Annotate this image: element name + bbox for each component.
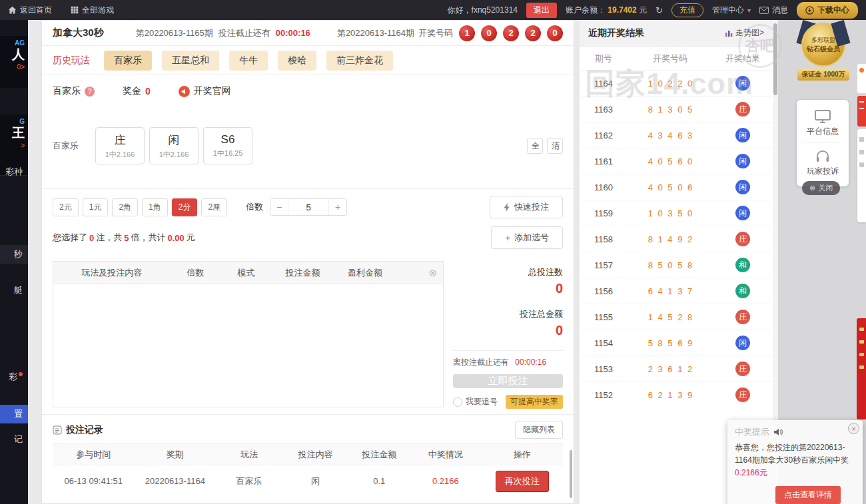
- result-issue: 1162: [580, 130, 628, 140]
- column-header: 倍数: [171, 267, 221, 279]
- column-header: 参与时间: [53, 449, 135, 461]
- clear-list-icon[interactable]: ⊗: [428, 267, 437, 279]
- view-details-button[interactable]: 点击查看详情: [775, 486, 841, 504]
- clear-button[interactable]: 清: [547, 138, 563, 154]
- sidebar-item-label: 彩: [9, 372, 17, 381]
- win-toast: 中奖提示 × 恭喜您，您投注的第20220613-1164期加拿大30秒百家乐闲…: [727, 420, 863, 504]
- sidebar-item-records[interactable]: 记: [0, 430, 28, 449]
- tab-suoha[interactable]: 梭哈: [278, 51, 316, 71]
- column-header: 盈利金额: [334, 267, 396, 279]
- bet-options-area: 百家乐 庄 1中2.166 闲 1中2.166 S6 1中16.25 全 清: [42, 107, 574, 188]
- add-selection-label: 添加选号: [514, 232, 549, 244]
- bet-workspace: 玩法及投注内容 倍数 模式 投注金额 盈利金额 ⊗ 总投注数 0 投注总金额 0…: [42, 256, 574, 414]
- sidebar-item-boat[interactable]: 艇: [0, 281, 28, 300]
- multiplier-value[interactable]: 5: [288, 199, 329, 215]
- result-issue: 1154: [580, 338, 628, 348]
- game-info-row: 百家乐 ? 奖金 0 开奖官网: [42, 75, 574, 107]
- help-icon[interactable]: ?: [85, 87, 95, 97]
- results-header: 近期开奖结果 走势图>: [580, 20, 773, 47]
- speaker-icon[interactable]: [773, 428, 783, 436]
- result-row: 11526 2 1 3 9庄: [580, 381, 773, 407]
- result-issue: 1160: [580, 182, 628, 192]
- result-issue: 1161: [580, 156, 628, 166]
- summary-count: 0: [89, 233, 94, 243]
- record-play: 百家乐: [216, 475, 282, 487]
- edge-widget-clipped[interactable]: [857, 64, 866, 93]
- submit-bet-button[interactable]: 立即投注: [453, 374, 563, 388]
- tab-history-play[interactable]: 历史玩法: [53, 55, 90, 67]
- sidebar-item-lottery-hot[interactable]: 彩: [0, 368, 28, 386]
- messages-label: 消息: [772, 5, 788, 16]
- hide-list-button[interactable]: 隐藏列表: [515, 421, 563, 439]
- speaker-icon[interactable]: [179, 86, 190, 97]
- tab-five-star-sum[interactable]: 五星总和: [162, 51, 219, 71]
- edge-banner-clipped[interactable]: [857, 318, 866, 419]
- bet-option-s6[interactable]: S6 1中16.25: [203, 127, 252, 164]
- trend-chart-link[interactable]: 走势图>: [725, 27, 764, 39]
- result-issue: 1163: [580, 105, 628, 115]
- countdown-label: 离投注截止还有: [453, 358, 509, 367]
- sidebar-item-seconds[interactable]: 秒: [0, 245, 28, 264]
- sidebar-item-settings[interactable]: 置: [0, 405, 28, 423]
- edge-widget-clipped[interactable]: [857, 96, 866, 126]
- plus-button[interactable]: +: [329, 199, 346, 215]
- headset-icon: [815, 150, 830, 163]
- unit-2fen-selected[interactable]: 2分: [172, 198, 198, 216]
- home-link[interactable]: 返回首页: [8, 5, 52, 16]
- minus-button[interactable]: −: [270, 199, 288, 215]
- records-scrollbar-thumb[interactable]: [570, 450, 572, 498]
- balance-unit: 元: [639, 5, 647, 15]
- countdown-row: 离投注截止还有 00:00:16: [453, 350, 563, 368]
- result-badge: 庄: [735, 102, 750, 117]
- refresh-balance-icon[interactable]: ↻: [655, 5, 663, 15]
- bet-option-zhuang[interactable]: 庄 1中2.166: [95, 127, 145, 164]
- messages-link[interactable]: 消息: [759, 5, 788, 16]
- tab-front-three-golden-flower[interactable]: 前三炸金花: [326, 51, 393, 71]
- result-badge: 闲: [735, 206, 750, 220]
- unit-2jiao[interactable]: 2角: [112, 198, 138, 216]
- records-header: 投注记录 隐藏列表: [42, 415, 574, 443]
- bet-again-button[interactable]: 再次投注: [496, 471, 549, 492]
- logout-button[interactable]: 退出: [526, 3, 557, 18]
- sidebar-banner-ag[interactable]: AG 人 0>: [0, 36, 28, 89]
- select-all-button[interactable]: 全: [527, 138, 543, 154]
- unit-2li[interactable]: 2厘: [201, 198, 227, 216]
- chase-radio[interactable]: [453, 397, 462, 407]
- unit-2yuan[interactable]: 2元: [53, 198, 79, 216]
- column-header: 中奖情况: [410, 449, 481, 461]
- result-badge: 和: [735, 258, 750, 272]
- admin-center-menu[interactable]: 管理中心 ▾: [712, 5, 751, 16]
- countdown-value: 00:00:16: [515, 358, 546, 367]
- toast-title: 中奖提示: [735, 426, 769, 438]
- recharge-button[interactable]: 充值: [671, 3, 703, 17]
- toast-message-text: 恭喜您，您投注的第20220613-1164期加拿大30秒百家乐闲中奖: [735, 443, 849, 465]
- result-badge: 闲: [735, 76, 750, 91]
- result-numbers: 5 8 5 6 9: [628, 338, 713, 348]
- official-site-link[interactable]: 开奖官网: [194, 85, 231, 97]
- sidebar-item-lottery[interactable]: 彩种: [0, 162, 28, 181]
- player-complaint-item[interactable]: 玩家投诉: [797, 146, 849, 179]
- unit-1jiao[interactable]: 1角: [142, 198, 168, 216]
- total-bets-value: 0: [556, 281, 563, 296]
- result-row: 11532 3 6 1 2庄: [580, 356, 773, 381]
- close-promo-button[interactable]: ⊗ 关闭: [802, 181, 840, 195]
- all-games-link[interactable]: 全部游戏: [71, 5, 114, 16]
- add-selection-button[interactable]: + 添加选号: [491, 226, 563, 249]
- summary-text: 倍，共计: [131, 232, 165, 244]
- edge-widget-clipped[interactable]: [857, 129, 866, 222]
- scrollbar-thumb[interactable]: [773, 23, 777, 95]
- bet-option-xian[interactable]: 闲 1中2.166: [149, 127, 199, 164]
- multiplier-label: 倍数: [246, 201, 263, 213]
- summary-amount: 0.00: [167, 233, 184, 243]
- download-center-button[interactable]: 下载中心: [797, 2, 858, 19]
- platform-info-item[interactable]: 平台信息: [797, 107, 849, 139]
- toast-close-button[interactable]: ×: [848, 423, 859, 434]
- result-issue: 1153: [580, 364, 628, 374]
- unit-1yuan[interactable]: 1元: [83, 198, 109, 216]
- column-header: 玩法: [216, 449, 282, 461]
- tab-niuniu[interactable]: 牛牛: [229, 51, 268, 71]
- quick-bet-button[interactable]: 快速投注: [490, 196, 563, 218]
- game-header: 加拿大30秒 第20220613-1165期 投注截止还有 00:00:16 第…: [42, 21, 574, 46]
- tab-baccarat[interactable]: 百家乐: [104, 51, 152, 71]
- draw-number-ball: 2: [525, 25, 541, 41]
